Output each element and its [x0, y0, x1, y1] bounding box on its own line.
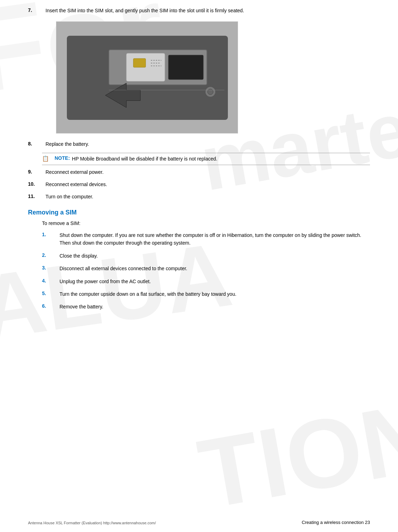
svg-point-11 — [208, 89, 213, 95]
step-9-text: Reconnect external power. — [46, 169, 370, 176]
svg-rect-5 — [133, 59, 146, 67]
step-11-text: Turn on the computer. — [46, 193, 370, 200]
note-label: NOTE: — [55, 155, 70, 161]
step-7-text: Insert the SIM into the SIM slot, and ge… — [46, 7, 370, 14]
step-10: 10. Reconnect external devices. — [28, 181, 370, 188]
step-11: 11. Turn on the computer. — [28, 193, 370, 200]
removing-step-5-number: 5. — [42, 290, 60, 296]
main-content: 7. Insert the SIM into the SIM slot, and… — [28, 7, 370, 311]
removing-step-2-number: 2. — [42, 252, 60, 258]
removing-step-6-number: 6. — [42, 303, 60, 309]
step-10-number: 10. — [28, 181, 46, 187]
removing-step-5-text: Turn the computer upside down on a flat … — [60, 290, 370, 298]
removing-step-6-text: Remove the battery. — [60, 303, 370, 311]
removing-step-1: 1.Shut down the computer. If you are not… — [42, 231, 370, 247]
removing-step-5: 5.Turn the computer upside down on a fla… — [42, 290, 370, 298]
step-9: 9. Reconnect external power. — [28, 169, 370, 176]
removing-step-2: 2.Close the display. — [42, 252, 370, 260]
removing-step-3: 3.Disconnect all external devices connec… — [42, 265, 370, 272]
removing-step-2-text: Close the display. — [60, 252, 370, 260]
removing-step-4-number: 4. — [42, 278, 60, 284]
sim-image — [56, 21, 238, 134]
step-7-number: 7. — [28, 7, 46, 13]
step-10-text: Reconnect external devices. — [46, 181, 370, 188]
step-8-text: Replace the battery. — [46, 141, 370, 148]
removing-step-1-number: 1. — [42, 231, 60, 237]
page-container: For marter TION ALUA 7. Insert the SIM i… — [0, 0, 398, 532]
step-8-number: 8. — [28, 141, 46, 146]
section-heading: Removing a SIM — [28, 209, 370, 216]
sim-diagram-svg — [56, 22, 238, 134]
removing-steps-list: 1.Shut down the computer. If you are not… — [42, 231, 370, 311]
intro-text: To remove a SIM: — [42, 220, 370, 227]
step-11-number: 11. — [28, 193, 46, 199]
svg-rect-3 — [168, 55, 203, 80]
note-text: HP Mobile Broadband will be disabled if … — [72, 155, 370, 163]
footer-left: Antenna House XSL Formatter (Evaluation)… — [28, 521, 156, 525]
sim-diagram — [56, 22, 238, 133]
step-8: 8. Replace the battery. — [28, 141, 370, 148]
watermark-only: TION — [192, 386, 398, 524]
footer-right: Creating a wireless connection 23 — [302, 520, 370, 525]
step-7: 7. Insert the SIM into the SIM slot, and… — [28, 7, 370, 14]
note-row: 📋 NOTE: HP Mobile Broadband will be disa… — [42, 153, 370, 165]
removing-step-3-number: 3. — [42, 265, 60, 271]
step-9-number: 9. — [28, 169, 46, 175]
removing-step-4: 4.Unplug the power cord from the AC outl… — [42, 278, 370, 285]
note-icon: 📋 — [42, 155, 53, 162]
removing-step-3-text: Disconnect all external devices connecte… — [60, 265, 370, 272]
removing-step-6: 6.Remove the battery. — [42, 303, 370, 311]
svg-rect-4 — [126, 53, 165, 81]
removing-step-4-text: Unplug the power cord from the AC outlet… — [60, 278, 370, 285]
removing-step-1-text: Shut down the computer. If you are not s… — [60, 231, 370, 247]
